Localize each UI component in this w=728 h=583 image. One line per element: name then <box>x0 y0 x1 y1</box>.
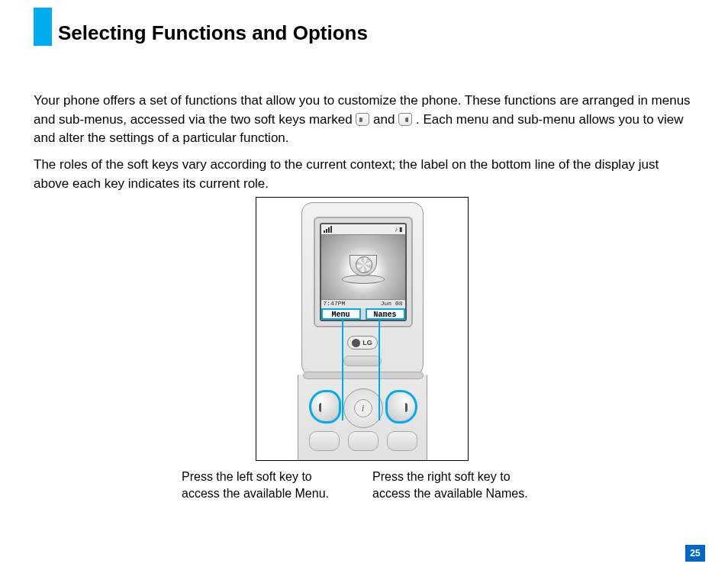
softkey-label-names: Names <box>366 308 405 320</box>
right-softkey-icon <box>398 113 412 126</box>
keypad-area: i <box>306 385 420 461</box>
lg-logo: LG <box>347 336 378 349</box>
time-date-row: 7:47PM Jun 08 <box>321 299 405 308</box>
date-label: Jun 08 <box>381 300 403 308</box>
softkey-label-row: Menu Names <box>321 308 405 320</box>
paragraph-1-b: and <box>373 112 398 127</box>
status-right-icons: ♪ ▮ <box>395 226 402 233</box>
teacup-icon <box>342 253 385 284</box>
callout-line-left <box>342 320 343 420</box>
wallpaper-image <box>321 235 405 299</box>
header-accent-block <box>34 8 52 46</box>
right-softkey-button <box>385 390 417 424</box>
phone-screen: ♪ ▮ 7:47PM Jun 08 Menu <box>320 223 407 321</box>
left-softkey-button <box>309 390 341 424</box>
paragraph-2: The roles of the soft keys vary accordin… <box>34 156 694 193</box>
body-text: Your phone offers a set of functions tha… <box>34 92 694 201</box>
phone-flip-bottom: i <box>298 375 427 461</box>
phone-hinge <box>303 372 424 379</box>
phone-illustration-frame: ♪ ▮ 7:47PM Jun 08 Menu <box>256 197 469 461</box>
send-key <box>309 431 340 451</box>
softkey-label-menu: Menu <box>321 308 361 320</box>
time-label: 7:47PM <box>324 300 346 308</box>
lg-logo-text: LG <box>362 339 372 346</box>
status-bar: ♪ ▮ <box>321 224 405 235</box>
signal-icon <box>324 226 332 233</box>
caption-left-softkey: Press the left soft key to access the av… <box>182 469 342 503</box>
clear-key <box>348 431 378 451</box>
phone-flip-top: ♪ ▮ 7:47PM Jun 08 Menu <box>301 202 424 378</box>
earpiece-speaker <box>343 356 382 366</box>
page-number: 25 <box>685 545 705 562</box>
nav-center-icon: i <box>362 402 365 414</box>
phone-illustration: ♪ ▮ 7:47PM Jun 08 Menu <box>298 202 427 461</box>
figure-captions: Press the left soft key to access the av… <box>182 469 548 503</box>
screen-bezel: ♪ ▮ 7:47PM Jun 08 Menu <box>314 217 413 327</box>
callout-line-right <box>378 320 380 420</box>
paragraph-1: Your phone offers a set of functions tha… <box>34 92 694 148</box>
page-title: Selecting Functions and Options <box>58 21 368 45</box>
navigation-pad: i <box>343 388 383 428</box>
end-key <box>387 431 417 451</box>
caption-right-softkey: Press the right soft key to access the a… <box>372 469 533 503</box>
left-softkey-icon <box>356 113 369 126</box>
lg-logo-circle <box>352 339 360 347</box>
